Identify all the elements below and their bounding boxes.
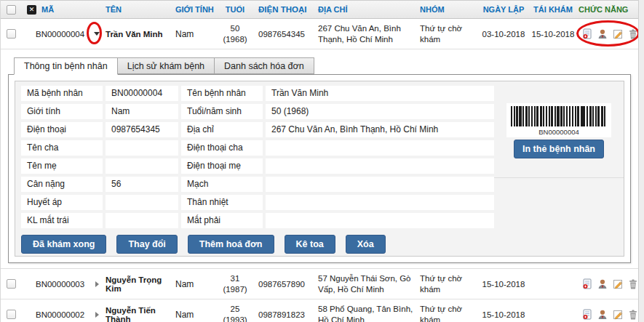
patient-age: 31 (1987) <box>218 273 253 294</box>
close-icon[interactable]: ✕ <box>27 5 36 15</box>
field-label: Địa chỉ <box>181 122 263 137</box>
column-header-nhom[interactable]: NHÓM <box>418 4 478 15</box>
add-invoice-button[interactable]: Thêm hoá đơn <box>188 235 274 254</box>
patient-code: BN00000002 <box>23 309 90 321</box>
patient-address: 58 Phổ Quang, Tân Bình, Hồ Chí Minh <box>317 302 418 322</box>
trash-icon[interactable] <box>627 278 639 290</box>
edit-icon[interactable] <box>612 278 624 290</box>
field-value <box>266 177 494 192</box>
patient-age: 50 (1968) <box>218 23 253 44</box>
field-label: Điện thoại mẹ <box>181 158 263 174</box>
row-checkbox[interactable] <box>7 310 16 319</box>
column-header-ma[interactable]: MÃ <box>41 5 54 14</box>
patient-address: 267 Chu Văn An, Bình Thạnh, Hồ Chí Minh <box>317 22 418 47</box>
patient-name: Nguyễn Trọng Kim <box>104 274 174 294</box>
field-label: KL mắt trái <box>21 213 103 228</box>
field-label: Tên bệnh nhân <box>181 86 263 101</box>
patient-phone: 0987654345 <box>253 28 317 40</box>
row-actions <box>577 19 639 49</box>
revisit-date <box>529 313 577 316</box>
patient-group: Thứ tự chờ khám <box>418 22 478 47</box>
field-label: Tuổi/năm sinh <box>181 104 263 119</box>
field-value: Nam <box>106 104 178 119</box>
patient-address: 57 Nguyễn Thái Sơn, Gò Vấp, Hồ Chí Minh <box>317 272 418 297</box>
patient-management-table: ✕ MÃ TÊN GIỚI TÍNH TUỔI ĐIỆN THOẠI ĐỊA C… <box>0 0 638 322</box>
patient-gender: Nam <box>174 278 218 291</box>
table-row: BN00000003 Nguyễn Trọng Kim Nam 31 (1987… <box>1 269 638 299</box>
column-header-gioi-tinh[interactable]: GIỚI TÍNH <box>174 4 218 15</box>
created-date: 15-10-2018 <box>478 309 529 321</box>
caret-down-icon[interactable] <box>94 32 100 36</box>
revisit-date <box>529 283 577 286</box>
column-header-chuc-nang: CHỨC NĂNG <box>577 4 638 15</box>
tab-lich-su-kham-benh[interactable]: Lịch sử khám bệnh <box>118 57 215 74</box>
created-date: 03-10-2018 <box>478 28 529 40</box>
divider <box>494 177 624 178</box>
row-checkbox[interactable] <box>7 279 16 289</box>
tab-thong-tin-benh-nhan[interactable]: Thông tin bệnh nhân <box>14 57 118 75</box>
patient-age: 25 (1993) <box>218 304 253 322</box>
field-label: Mắt phải <box>181 213 263 228</box>
patient-name: Trần Văn Minh <box>104 28 174 40</box>
field-label: Điện thoại <box>21 122 103 137</box>
field-label: Điện thoại cha <box>181 140 263 156</box>
patient-detail-grid: Mã bệnh nhân BN00000004 Tên bệnh nhân Tr… <box>21 86 494 228</box>
field-label: Cân nặng <box>21 177 103 192</box>
expanded-detail-section: Thông tin bệnh nhân Lịch sử khám bệnh Da… <box>1 49 638 269</box>
field-value: 267 Chu Văn An, Bình Thạnh, Hồ Chí Minh <box>266 122 494 137</box>
edit-icon[interactable] <box>612 28 624 40</box>
scrollbar-track[interactable] <box>638 0 644 322</box>
select-all-checkbox[interactable] <box>7 5 16 15</box>
detail-tabs: Thông tin bệnh nhân Lịch sử khám bệnh Da… <box>14 57 638 74</box>
patient-icon[interactable] <box>597 309 608 321</box>
field-value <box>266 158 494 174</box>
edit-icon[interactable] <box>612 309 624 321</box>
row-checkbox[interactable] <box>7 29 16 39</box>
field-label: Tên cha <box>21 140 103 156</box>
column-header-ngay-lap[interactable]: NGÀY LẬP <box>478 4 529 15</box>
column-header-tai-kham[interactable]: TÁI KHÁM <box>529 4 577 15</box>
change-button[interactable]: Thay đổi <box>116 235 177 254</box>
column-header-tuoi[interactable]: TUỔI <box>218 4 253 15</box>
prescribe-button[interactable]: Kê toa <box>285 235 335 254</box>
patient-gender: Nam <box>174 308 218 321</box>
done-exam-button[interactable]: Đã khám xong <box>21 235 106 254</box>
column-header-ten[interactable]: TÊN <box>104 4 174 15</box>
patient-icon[interactable] <box>597 28 608 40</box>
field-label: Thân nhiệt <box>181 195 263 210</box>
tab-danh-sach-hoa-don[interactable]: Danh sách hóa đơn <box>215 57 314 74</box>
barcode-text: BN00000004 <box>511 126 607 136</box>
report-icon[interactable] <box>581 309 593 321</box>
caret-right-icon[interactable] <box>95 281 99 287</box>
patient-code: BN00000003 <box>23 278 90 290</box>
field-value <box>106 158 178 174</box>
print-patient-card-button[interactable]: In thẻ bệnh nhân <box>514 140 604 158</box>
revisit-date: 15-10-2018 <box>529 28 577 40</box>
detail-action-buttons: Đã khám xong Thay đổi Thêm hoá đơn Kê to… <box>15 228 624 254</box>
table-header-row: ✕ MÃ TÊN GIỚI TÍNH TUỔI ĐIỆN THOẠI ĐỊA C… <box>1 0 638 19</box>
report-icon[interactable] <box>581 278 593 290</box>
field-value: BN00000004 <box>106 86 178 101</box>
table-row: BN00000004 Trần Văn Minh Nam 50 (1968) 0… <box>1 19 638 49</box>
caret-right-icon[interactable] <box>95 312 99 318</box>
row-actions <box>577 269 639 299</box>
field-value <box>266 213 494 228</box>
trash-icon[interactable] <box>627 28 639 40</box>
patient-info-panel: Mã bệnh nhân BN00000004 Tên bệnh nhân Tr… <box>8 74 631 263</box>
patient-phone: 0987657890 <box>253 278 317 290</box>
field-value: 56 <box>106 177 178 192</box>
field-label: Giới tính <box>21 104 103 119</box>
field-value <box>106 140 178 156</box>
patient-gender: Nam <box>174 28 218 41</box>
patient-icon[interactable] <box>597 278 608 290</box>
field-value: Trần Văn Minh <box>266 86 494 101</box>
column-header-dia-chi[interactable]: ĐỊA CHỈ <box>317 4 418 15</box>
delete-button[interactable]: Xóa <box>346 235 386 254</box>
patient-phone: 0987891823 <box>253 309 317 321</box>
column-header-dien-thoai[interactable]: ĐIỆN THOẠI <box>253 4 317 15</box>
report-icon[interactable] <box>581 28 593 40</box>
trash-icon[interactable] <box>627 309 639 321</box>
patient-group: Thứ tự chờ khám <box>418 302 478 322</box>
field-label: Huyết áp <box>21 195 103 210</box>
created-date: 15-10-2018 <box>478 278 529 290</box>
